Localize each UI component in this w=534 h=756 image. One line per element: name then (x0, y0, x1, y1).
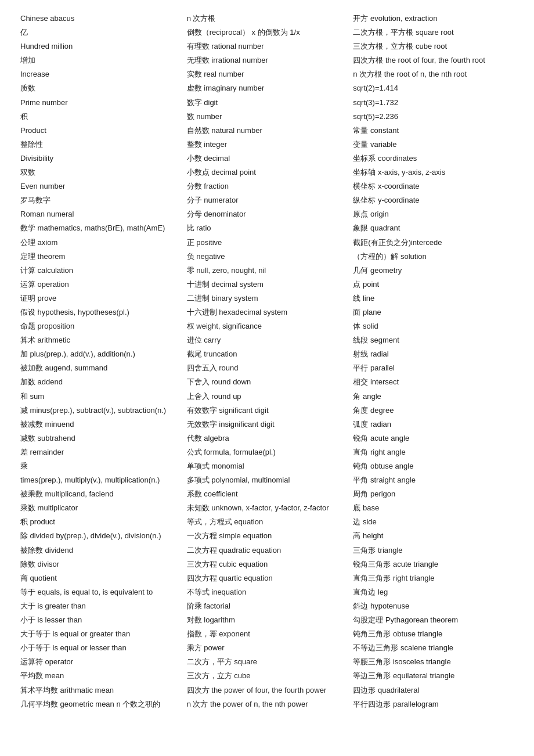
row-item-3-12: 坐标轴 x-axis, y-axis, z-axis (353, 165, 514, 179)
row-item-3-14: 纵坐标 y-coordinate (353, 193, 514, 207)
row-item-1-47: 运算符 operator (20, 655, 181, 669)
row-item-2-44: 对数 logarithm (187, 613, 348, 627)
row-item-2-25: 截尾 truncation (187, 347, 348, 361)
row-item-1-13: Even number (20, 179, 181, 193)
row-item-3-28: 角 angle (353, 390, 514, 404)
row-item-3-16: 象限 quadrant (353, 221, 514, 235)
row-item-1-12: 双数 (20, 165, 181, 179)
main-grid: Chinese abacus亿Hundred million增加Increase… (17, 12, 517, 711)
row-item-1-42: 等于 equals, is equal to, is equivalent to (20, 585, 181, 599)
row-item-2-22: 十六进制 hexadecimal system (187, 305, 348, 319)
row-item-1-32: 差 remainder (20, 445, 181, 459)
row-item-3-7: sqrt(3)=1.732 (353, 96, 514, 110)
row-item-1-50: 几何平均数 geometric mean n 个数之积的 (20, 697, 181, 711)
row-item-3-43: 斜边 hypotenuse (353, 599, 514, 613)
row-item-3-37: 边 side (353, 515, 514, 529)
column-1: Chinese abacus亿Hundred million增加Increase… (17, 12, 184, 711)
row-item-1-40: 除数 divisor (20, 557, 181, 571)
row-item-2-40: 三次方程 cubic equation (187, 557, 348, 571)
row-item-1-19: 计算 calculation (20, 264, 181, 278)
row-item-3-17: 截距(有正负之分)intercede (353, 236, 514, 250)
row-item-3-49: 四边形 quadrilateral (353, 683, 514, 697)
row-item-2-7: 数字 digit (187, 96, 348, 110)
row-item-1-45: 大于等于 is equal or greater than (20, 627, 181, 641)
row-item-1-48: 平均数 mean (20, 669, 181, 683)
row-item-1-46: 小于等于 is equal or lesser than (20, 641, 181, 655)
row-item-3-24: 线段 segment (353, 333, 514, 347)
row-item-3-22: 面 plane (353, 305, 514, 319)
row-item-1-43: 大于 is greater than (20, 599, 181, 613)
row-item-3-48: 等边三角形 equilateral triangle (353, 669, 514, 683)
row-item-1-6: 质数 (20, 81, 181, 95)
row-item-2-47: 二次方，平方 square (187, 655, 348, 669)
row-item-3-4: 四次方根 the root of four, the fourth root (353, 53, 514, 67)
row-item-3-31: 锐角 acute angle (353, 431, 514, 445)
row-item-1-9: Product (20, 124, 181, 138)
row-item-2-27: 下舍入 round down (187, 375, 348, 389)
row-item-2-42: 不等式 inequation (187, 585, 348, 599)
row-item-3-35: 周角 perigon (353, 487, 514, 501)
row-item-3-8: sqrt(5)=2.236 (353, 110, 514, 124)
row-item-1-27: 加数 addend (20, 375, 181, 389)
row-item-2-29: 有效数字 significant digit (187, 404, 348, 417)
row-item-1-37: 积 product (20, 515, 181, 529)
row-item-2-26: 四舍五入 round (187, 361, 348, 375)
row-item-2-23: 权 weight, significance (187, 319, 348, 333)
row-item-3-9: 常量 constant (353, 124, 514, 138)
column-2: n 次方根倒数（reciprocal） x 的倒数为 1/x有理数 ration… (184, 12, 351, 711)
row-item-2-50: n 次方 the power of n, the nth power (187, 697, 348, 711)
row-item-3-30: 弧度 radian (353, 417, 514, 431)
row-item-2-39: 二次方程 quadratic equation (187, 543, 348, 557)
row-item-1-7: Prime number (20, 96, 181, 110)
row-item-3-18: （方程的）解 solution (353, 250, 514, 264)
row-item-1-8: 积 (20, 110, 181, 124)
column-3: 开方 evolution, extraction二次方根，平方根 square … (350, 12, 517, 711)
row-item-3-27: 相交 intersect (353, 375, 514, 389)
row-item-2-48: 三次方，立方 cube (187, 669, 348, 683)
row-item-3-15: 原点 origin (353, 207, 514, 221)
row-item-3-5: n 次方根 the root of n, the nth root (353, 67, 514, 81)
row-item-1-39: 被除数 dividend (20, 543, 181, 557)
row-item-3-38: 高 height (353, 529, 514, 543)
row-item-1-17: 公理 axiom (20, 236, 181, 250)
row-item-3-44: 勾股定理 Pythagorean theorem (353, 613, 514, 627)
row-item-2-10: 整数 integer (187, 138, 348, 152)
row-item-2-37: 等式，方程式 equation (187, 515, 348, 529)
row-item-1-1: Chinese abacus (20, 12, 181, 26)
row-item-1-36: 乘数 multiplicator (20, 501, 181, 515)
row-item-3-32: 直角 right angle (353, 445, 514, 459)
row-item-3-6: sqrt(2)=1.414 (353, 81, 514, 95)
row-item-3-19: 几何 geometry (353, 264, 514, 278)
row-item-2-11: 小数 decimal (187, 152, 348, 165)
row-item-1-21: 证明 prove (20, 291, 181, 305)
row-item-2-5: 实数 real number (187, 67, 348, 81)
row-item-3-47: 等腰三角形 isosceles triangle (353, 655, 514, 669)
row-item-1-23: 命题 proposition (20, 319, 181, 333)
row-item-1-3: Hundred million (20, 39, 181, 53)
row-item-3-2: 二次方根，平方根 square root (353, 26, 514, 39)
row-item-2-49: 四次方 the power of four, the fourth power (187, 683, 348, 697)
row-item-1-31: 减数 subtrahend (20, 431, 181, 445)
row-item-2-32: 公式 formula, formulae(pl.) (187, 445, 348, 459)
row-item-3-1: 开方 evolution, extraction (353, 12, 514, 26)
row-item-2-43: 阶乘 factorial (187, 599, 348, 613)
row-item-1-14: 罗马数字 (20, 193, 181, 207)
row-item-2-41: 四次方程 quartic equation (187, 571, 348, 585)
row-item-1-34: times(prep.), multiply(v.), multiplicati… (20, 473, 181, 487)
row-item-2-30: 无效数字 insignificant digit (187, 417, 348, 431)
row-item-2-33: 单项式 monomial (187, 459, 348, 473)
row-item-1-4: 增加 (20, 53, 181, 67)
row-item-1-25: 加 plus(prep.), add(v.), addition(n.) (20, 347, 181, 361)
row-item-3-42: 直角边 leg (353, 585, 514, 599)
row-item-1-26: 被加数 augend, summand (20, 361, 181, 375)
row-item-3-10: 变量 variable (353, 138, 514, 152)
row-item-3-20: 点 point (353, 278, 514, 291)
row-item-1-29: 减 minus(prep.), subtract(v.), subtractio… (20, 404, 181, 417)
row-item-2-46: 乘方 power (187, 641, 348, 655)
row-item-3-13: 横坐标 x-coordinate (353, 179, 514, 193)
row-item-3-33: 钝角 obtuse angle (353, 459, 514, 473)
row-item-3-45: 钝角三角形 obtuse triangle (353, 627, 514, 641)
row-item-3-26: 平行 parallel (353, 361, 514, 375)
row-item-3-25: 射线 radial (353, 347, 514, 361)
row-item-2-14: 分子 numerator (187, 193, 348, 207)
